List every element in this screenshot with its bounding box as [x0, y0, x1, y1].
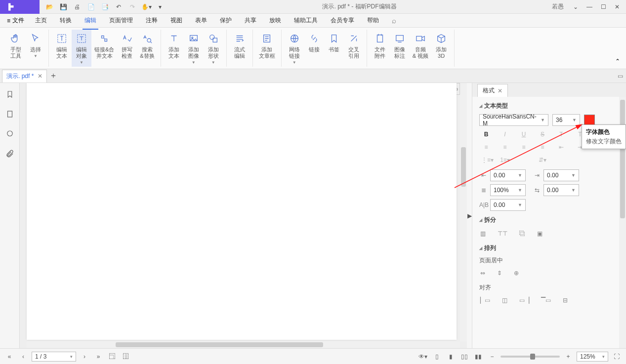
- italic-button[interactable]: I: [500, 131, 510, 138]
- continuous-facing-icon[interactable]: ▮▮: [473, 351, 484, 362]
- page-number-input[interactable]: 1 / 3▾: [32, 352, 76, 362]
- menu-help[interactable]: 帮助: [365, 14, 381, 27]
- ribbon-select[interactable]: 选择▼: [26, 30, 45, 67]
- menu-comment[interactable]: 注释: [144, 14, 160, 27]
- menu-vip[interactable]: 会员专享: [329, 14, 356, 27]
- underline-button[interactable]: U: [519, 131, 529, 138]
- ribbon-add-text[interactable]: 添加 文本: [164, 30, 184, 67]
- bookmarks-panel-icon[interactable]: [4, 89, 15, 100]
- ribbon-image-annot[interactable]: 图像 标注: [390, 30, 410, 67]
- ribbon-add-image[interactable]: 添加 图像▼: [184, 30, 204, 67]
- page-layout-1-icon[interactable]: ⿹: [107, 351, 118, 362]
- font-family-select[interactable]: SourceHanSansCN-M▼: [479, 114, 548, 126]
- align-right-icon[interactable]: ≡: [519, 144, 529, 151]
- ribbon-search-replace[interactable]: 搜索 &替换: [137, 30, 157, 67]
- align-obj-center-icon[interactable]: ◫: [502, 297, 507, 304]
- ribbon-edit-text[interactable]: 编辑 文本: [52, 30, 72, 67]
- center-vertical-icon[interactable]: ⇔: [480, 270, 485, 277]
- menu-share[interactable]: 共享: [243, 14, 258, 27]
- ribbon-file-attach[interactable]: 文件 附件: [370, 30, 390, 67]
- menu-convert[interactable]: 转换: [58, 14, 74, 27]
- save-icon[interactable]: 💾: [57, 1, 69, 13]
- menu-form[interactable]: 表单: [193, 14, 209, 27]
- menu-home[interactable]: 主页: [33, 14, 49, 27]
- unlink-icon[interactable]: ▣: [537, 230, 543, 237]
- read-mode-icon[interactable]: 👁▾: [417, 351, 428, 362]
- split-text-icon[interactable]: ⊤⊤: [498, 230, 507, 237]
- line-height-input[interactable]: 100%▼: [490, 184, 526, 196]
- ribbon-spell[interactable]: 拼写 检查: [117, 30, 137, 67]
- ribbon-hand-tool[interactable]: 手型 工具: [6, 30, 26, 67]
- ribbon-audio-video[interactable]: 音频 & 视频: [410, 30, 431, 67]
- menu-tools[interactable]: 辅助工具: [292, 14, 320, 27]
- zoom-in-icon[interactable]: +: [563, 351, 574, 362]
- align-left-icon[interactable]: ≡: [481, 144, 491, 151]
- ribbon-edit-object[interactable]: 编辑 对象▼: [72, 30, 91, 67]
- user-name[interactable]: 若愚: [549, 2, 567, 11]
- file-menu[interactable]: ≡ 文件: [7, 16, 24, 25]
- undo-icon[interactable]: ↶: [113, 1, 125, 13]
- close-window-icon[interactable]: ✕: [611, 1, 623, 13]
- canvas-horizontal-scrollbar[interactable]: [27, 341, 460, 348]
- fullscreen-icon[interactable]: ⛶: [611, 351, 622, 362]
- pages-panel-icon[interactable]: [4, 109, 15, 120]
- zoom-slider[interactable]: [501, 356, 560, 358]
- prev-page-icon[interactable]: ‹: [18, 351, 29, 362]
- strikethrough-button[interactable]: S: [538, 131, 547, 138]
- first-page-icon[interactable]: «: [4, 351, 15, 362]
- attachments-panel-icon[interactable]: [4, 148, 15, 159]
- format-panel-tab[interactable]: 格式 ✕: [477, 84, 508, 97]
- right-panel-expand-icon[interactable]: ▶: [467, 83, 472, 348]
- single-page-icon[interactable]: ▯: [431, 351, 442, 362]
- ribbon-bookmark[interactable]: 书签: [324, 30, 344, 67]
- section-text-type[interactable]: 文本类型: [479, 102, 620, 110]
- print-icon[interactable]: 🖨: [71, 1, 83, 13]
- tab-close-icon[interactable]: ✕: [38, 73, 42, 80]
- align-obj-left-icon[interactable]: ▏▭: [480, 297, 490, 304]
- menu-protect[interactable]: 保护: [218, 14, 234, 27]
- minimize-icon[interactable]: ―: [584, 1, 595, 13]
- char-width-input[interactable]: 0.00▼: [490, 199, 526, 211]
- menu-edit[interactable]: 编辑: [83, 14, 98, 27]
- align-center-icon[interactable]: ≡: [500, 144, 510, 151]
- continuous-icon[interactable]: ▮: [445, 351, 456, 362]
- comments-panel-icon[interactable]: [4, 128, 15, 139]
- menu-search-icon[interactable]: ⌕: [390, 14, 398, 27]
- indent-left-input[interactable]: 0.00▼: [490, 169, 526, 181]
- font-size-select[interactable]: 36▼: [552, 114, 580, 126]
- ribbon-flow-edit[interactable]: 流式 编辑: [230, 30, 250, 67]
- document-tab[interactable]: 演示. pdf * ✕: [2, 70, 47, 82]
- format-panel-close-icon[interactable]: ✕: [498, 87, 502, 94]
- ribbon-link[interactable]: 链接: [304, 30, 324, 67]
- document-canvas[interactable]: ▭ 免费·快速·安全: [20, 83, 467, 348]
- tabstrip-panel-icon[interactable]: ▭: [614, 73, 626, 80]
- text-direction-icon[interactable]: ⇵▾: [538, 157, 547, 163]
- canvas-vertical-scrollbar[interactable]: [460, 83, 467, 341]
- qat-more-icon[interactable]: ▾: [154, 1, 166, 13]
- align-obj-right-icon[interactable]: ▭▕: [519, 297, 529, 304]
- menu-page[interactable]: 页面管理: [107, 14, 135, 27]
- char-spacing-input[interactable]: 0.00▼: [543, 184, 579, 196]
- center-both-icon[interactable]: ⊕: [514, 270, 519, 277]
- new-tab-button[interactable]: ＋: [47, 71, 60, 81]
- menu-view[interactable]: 视图: [168, 14, 184, 27]
- facing-icon[interactable]: ▯▯: [459, 351, 470, 362]
- ribbon-collapse-icon[interactable]: ⌃: [612, 30, 623, 67]
- align-obj-top-icon[interactable]: ▔▭: [541, 297, 551, 304]
- hand-qat-icon[interactable]: ✋▾: [140, 1, 152, 13]
- user-dropdown-icon[interactable]: ⌄: [570, 1, 582, 13]
- next-page-icon[interactable]: ›: [79, 351, 90, 362]
- superscript-button[interactable]: T: [556, 131, 566, 138]
- menu-play[interactable]: 放映: [267, 14, 283, 27]
- center-horizontal-icon[interactable]: ⇕: [497, 270, 502, 277]
- ribbon-add-3d[interactable]: 添加 3D: [431, 30, 451, 67]
- ribbon-web-link[interactable]: 网络 链接▼: [285, 30, 304, 67]
- zoom-level-input[interactable]: 125%▾: [577, 352, 608, 362]
- last-page-icon[interactable]: »: [93, 351, 104, 362]
- font-color-swatch[interactable]: [584, 115, 595, 125]
- indent-decrease-icon[interactable]: ⇤: [556, 144, 566, 151]
- redo-icon[interactable]: ↷: [126, 1, 138, 13]
- split-vertical-icon[interactable]: ▥: [480, 230, 486, 237]
- ribbon-add-article[interactable]: 添加 文章框: [256, 30, 278, 67]
- indent-right-input[interactable]: 0.00▼: [543, 169, 579, 181]
